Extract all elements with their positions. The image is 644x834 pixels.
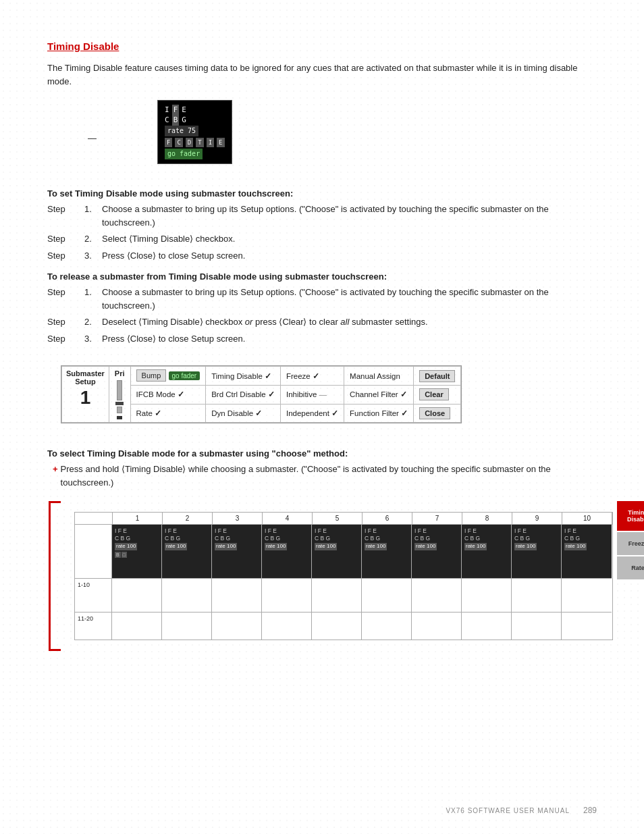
grid-col-2-mid bbox=[162, 579, 211, 613]
grid-col-9: I F EC B Grate 100 bbox=[512, 525, 562, 640]
freeze-label: Freeze bbox=[286, 372, 311, 380]
default-button[interactable]: Default bbox=[419, 370, 455, 382]
grid-col-6-bot bbox=[362, 613, 411, 640]
set-timing-header: To set Timing Disable mode using submast… bbox=[47, 188, 597, 199]
grid-col-1-mid bbox=[112, 579, 161, 613]
footer: VX76 SOFTWARE USER MANUAL 289 bbox=[0, 806, 644, 815]
grid-col-2-top: I F EC B Grate 100 bbox=[162, 525, 211, 579]
grid-col-10: I F EC B Grate 100 bbox=[562, 525, 612, 640]
timing-disable-label: Timing Disable bbox=[211, 372, 263, 380]
grid-col-header-1: 1 bbox=[113, 513, 163, 524]
grid-col-5-bot bbox=[312, 613, 361, 640]
grid-left-label-1120: 11-20 bbox=[75, 613, 111, 640]
grid-col-header-3: 3 bbox=[213, 513, 263, 524]
release-timing-header: To release a submaster from Timing Disab… bbox=[47, 271, 597, 282]
grid-col-header-9: 9 bbox=[512, 513, 562, 524]
grid-col-10-top: I F EC B Grate 100 bbox=[562, 525, 612, 579]
grid-col-3: I F EC B Grate 100 bbox=[212, 525, 262, 640]
ifcb-check: ✓ bbox=[178, 390, 184, 398]
independent-label: Independent bbox=[286, 409, 329, 417]
dyn-disable-label: Dyn Disable bbox=[211, 409, 253, 417]
grid-col-8-top: I F EC B Grate 100 bbox=[462, 525, 511, 579]
grid-left-top-cell bbox=[75, 525, 111, 579]
release-step-1: Step 1. Choose a submaster to bring up i… bbox=[47, 286, 597, 312]
manual-name: VX76 SOFTWARE USER MANUAL bbox=[446, 807, 570, 814]
go-fader-display: go fader bbox=[165, 149, 203, 159]
setup-table: SubmasterSetup 1 Pri Bump go fader bbox=[61, 366, 461, 423]
select-step-text: Press and hold ⟨Timing Disable⟩ while ch… bbox=[61, 463, 597, 489]
submaster-grid: 1 2 3 4 5 6 7 8 9 10 1-10 11-20 bbox=[74, 512, 613, 640]
grid-col-9-mid bbox=[512, 579, 561, 613]
rate-button[interactable]: Rate bbox=[617, 556, 644, 579]
grid-col-4-top: I F EC B Grate 100 bbox=[262, 525, 311, 579]
release-step-2: Step 2. Deselect ⟨Timing Disable⟩ checkb… bbox=[47, 315, 597, 329]
grid-col-1-bot bbox=[112, 613, 161, 640]
function-filter-label: Function Filter bbox=[350, 409, 399, 417]
grid-col-9-bot bbox=[512, 613, 561, 640]
grid-col-10-bot bbox=[562, 613, 612, 640]
pri-label: Pri bbox=[115, 369, 125, 377]
grid-left-col: 1-10 11-20 bbox=[75, 525, 112, 640]
submaster-label: SubmasterSetup bbox=[66, 369, 105, 386]
grid-col-7-bot bbox=[412, 613, 461, 640]
freeze-button[interactable]: Freeze bbox=[617, 532, 644, 555]
right-sidebar-buttons: TimingDisable Freeze Rate bbox=[617, 501, 644, 579]
grid-col-5: I F EC B Grate 100 bbox=[312, 525, 362, 640]
grid-col-5-top: I F EC B Grate 100 bbox=[312, 525, 361, 579]
grid-col-6: I F EC B Grate 100 bbox=[362, 525, 412, 640]
channel-filter-check: ✓ bbox=[400, 390, 407, 398]
section-title: Timing Disable bbox=[47, 41, 597, 52]
fader-handle bbox=[115, 402, 124, 405]
rate-check: ✓ bbox=[155, 409, 161, 417]
release-step-3: Step 3. Press ⟨Close⟩ to close Setup scr… bbox=[47, 332, 597, 346]
set-step-3: Step 3. Press ⟨Close⟩ to close Setup scr… bbox=[47, 249, 597, 263]
grid-col-header-2: 2 bbox=[163, 513, 213, 524]
grid-col-4: I F EC B Grate 100 bbox=[262, 525, 312, 640]
red-line-bottom bbox=[49, 649, 61, 651]
grid-col-4-mid bbox=[262, 579, 311, 613]
grid-header-empty bbox=[75, 513, 113, 524]
set-step-2: Step 2. Select ⟨Timing Disable⟩ checkbox… bbox=[47, 232, 597, 246]
set-steps-list: Step 1. Choose a submaster to bring up i… bbox=[47, 203, 597, 262]
grid-col-8-bot bbox=[462, 613, 511, 640]
intro-text: The Timing Disable feature causes timing… bbox=[47, 61, 597, 88]
page-number: 289 bbox=[583, 806, 597, 815]
clear-button[interactable]: Clear bbox=[419, 388, 449, 400]
inhibitive-dash: — bbox=[319, 390, 327, 398]
lcd-arrow: — bbox=[88, 133, 97, 143]
grid-col-2-bot bbox=[162, 613, 211, 640]
inhibitive-label: Inhibitive bbox=[286, 390, 317, 398]
grid-col-1: I F E C B G rate 100 B □ bbox=[112, 525, 162, 640]
grid-col-header-6: 6 bbox=[363, 513, 412, 524]
grid-col-header-4: 4 bbox=[263, 513, 313, 524]
go-fader-button[interactable]: go fader bbox=[169, 371, 200, 380]
grid-col-header-8: 8 bbox=[462, 513, 512, 524]
grid-col-6-mid bbox=[362, 579, 411, 613]
grid-col-1-top: I F E C B G rate 100 B □ bbox=[112, 525, 161, 579]
grid-col-3-bot bbox=[212, 613, 261, 640]
grid-col-6-top: I F EC B Grate 100 bbox=[362, 525, 411, 579]
release-steps-list: Step 1. Choose a submaster to bring up i… bbox=[47, 286, 597, 345]
grid-col-9-top: I F EC B Grate 100 bbox=[512, 525, 561, 579]
rate-label: Rate bbox=[136, 409, 153, 417]
close-button[interactable]: Close bbox=[419, 407, 450, 419]
grid-col-7: I F EC B Grate 100 bbox=[412, 525, 462, 640]
timing-disable-button[interactable]: TimingDisable bbox=[617, 501, 644, 531]
ifcb-mode-label: IFCB Mode bbox=[136, 390, 176, 398]
grid-col-header-5: 5 bbox=[313, 513, 363, 524]
grid-col-2: I F EC B Grate 100 bbox=[162, 525, 212, 640]
table-header-row: SubmasterSetup 1 Pri Bump go fader bbox=[62, 367, 461, 386]
grid-col-header-7: 7 bbox=[412, 513, 462, 524]
freeze-check: ✓ bbox=[313, 372, 319, 380]
footer-right: VX76 SOFTWARE USER MANUAL 289 bbox=[446, 806, 597, 815]
grid-body: 1-10 11-20 I F E C B G rate 100 B □ bbox=[75, 525, 612, 640]
lcd-display: IFE CBG rate 75 F C D T I E go fader bbox=[157, 100, 232, 164]
set-step-1: Step 1. Choose a submaster to bring up i… bbox=[47, 203, 597, 229]
fader-small bbox=[117, 416, 122, 419]
select-step: + Press and hold ⟨Timing Disable⟩ while … bbox=[47, 463, 597, 489]
grid-col-8-mid bbox=[462, 579, 511, 613]
grid-col-3-mid bbox=[212, 579, 261, 613]
brd-ctrl-disable-label: Brd Ctrl Disable bbox=[211, 390, 266, 398]
bump-button[interactable]: Bump bbox=[136, 369, 167, 382]
grid-col-5-mid bbox=[312, 579, 361, 613]
